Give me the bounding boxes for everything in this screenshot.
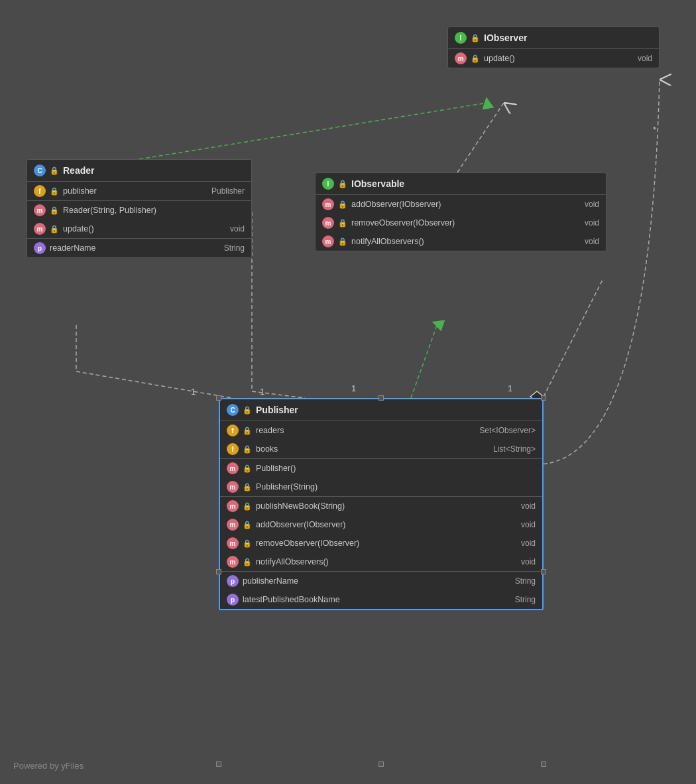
publisher-name: Publisher — [256, 405, 298, 415]
table-row: f 🔒 books List<String> — [220, 440, 542, 458]
method-badge: m — [227, 556, 239, 568]
prop-badge: p — [227, 594, 239, 606]
iobservable-lock: 🔒 — [338, 180, 347, 188]
method-type: void — [585, 218, 599, 228]
iobservable-badge: I — [322, 178, 334, 190]
method-lock: 🔒 — [243, 483, 252, 491]
svg-line-14 — [544, 279, 603, 397]
iobservable-name: IObservable — [351, 178, 404, 189]
handle-bl[interactable] — [216, 761, 221, 767]
handle-bm[interactable] — [378, 761, 384, 767]
method-lock: 🔒 — [338, 200, 347, 209]
prop-badge: p — [227, 575, 239, 587]
field-badge: f — [34, 185, 46, 197]
svg-text:1: 1 — [191, 387, 196, 397]
handle-br[interactable] — [541, 761, 546, 767]
publisher-badge: C — [227, 404, 239, 416]
method-name: update() — [484, 54, 634, 63]
method-name: notifyAllObservers() — [256, 557, 517, 566]
method-badge: m — [455, 52, 467, 64]
prop-type: String — [515, 595, 536, 604]
reader-fields: f 🔒 publisher Publisher — [27, 182, 251, 201]
table-row: f 🔒 publisher Publisher — [27, 182, 251, 200]
field-lock: 🔒 — [243, 445, 252, 454]
method-badge: m — [34, 204, 46, 216]
method-name: Publisher() — [256, 464, 536, 473]
method-name: Publisher(String) — [256, 482, 536, 491]
prop-name: latestPublishedBookName — [243, 595, 511, 604]
prop-name: publisherName — [243, 576, 511, 586]
method-lock: 🔒 — [338, 219, 347, 228]
uml-class-reader[interactable]: C 🔒 Reader f 🔒 publisher Publisher m 🔒 R… — [27, 159, 252, 258]
iobserver-name: IObserver — [484, 33, 527, 43]
method-type: void — [230, 224, 245, 233]
publisher-lock: 🔒 — [243, 406, 252, 415]
table-row: m 🔒 Publisher(String) — [220, 478, 542, 496]
iobserver-lock: 🔒 — [471, 34, 480, 42]
svg-text:1: 1 — [351, 383, 356, 393]
svg-text:*: * — [653, 125, 656, 135]
method-name: update() — [63, 224, 226, 233]
iobservable-methods: m 🔒 addObserver(IObserver) void m 🔒 remo… — [316, 195, 606, 251]
reader-name: Reader — [63, 165, 94, 176]
iobserver-header: I 🔒 IObserver — [448, 27, 659, 49]
table-row: m 🔒 removeObserver(IObserver) void — [316, 214, 606, 232]
field-badge: f — [227, 425, 239, 436]
uml-class-iobservable[interactable]: I 🔒 IObservable m 🔒 addObserver(IObserve… — [315, 172, 607, 251]
method-type: void — [585, 237, 599, 246]
table-row: p publisherName String — [220, 572, 542, 590]
handle-ml[interactable] — [216, 569, 221, 574]
method-type: void — [521, 501, 536, 511]
handle-mr[interactable] — [541, 569, 546, 574]
method-badge: m — [227, 500, 239, 512]
watermark: Powered by yFiles — [13, 761, 84, 771]
publisher-properties: p publisherName String p latestPublished… — [220, 572, 542, 609]
method-badge: m — [227, 481, 239, 493]
publisher-header: C 🔒 Publisher — [220, 399, 542, 421]
table-row: m 🔒 update() void — [448, 49, 659, 68]
reader-badge: C — [34, 164, 46, 176]
iobservable-header: I 🔒 IObservable — [316, 173, 606, 195]
reader-header: C 🔒 Reader — [27, 160, 251, 182]
field-lock: 🔒 — [50, 187, 59, 196]
method-lock: 🔒 — [243, 558, 252, 566]
table-row: m 🔒 notifyAllObservers() void — [220, 553, 542, 571]
handle-tr[interactable] — [541, 395, 546, 401]
table-row: m 🔒 removeObserver(IObserver) void — [220, 534, 542, 553]
field-type: Publisher — [211, 186, 245, 196]
uml-class-iobserver[interactable]: I 🔒 IObserver m 🔒 update() void — [447, 27, 660, 68]
method-type: void — [521, 557, 536, 566]
method-name: removeObserver(IObserver) — [351, 218, 581, 228]
method-name: publishNewBook(String) — [256, 501, 517, 511]
svg-line-2 — [139, 103, 487, 159]
method-name: addObserver(IObserver) — [351, 200, 581, 209]
method-type: void — [521, 520, 536, 529]
table-row: p readerName String — [27, 239, 251, 257]
handle-tm[interactable] — [378, 395, 384, 401]
method-lock: 🔒 — [243, 521, 252, 529]
field-lock: 🔒 — [243, 426, 252, 435]
method-badge: m — [322, 198, 334, 210]
method-lock: 🔒 — [471, 54, 480, 63]
svg-line-10 — [76, 371, 232, 398]
svg-line-3 — [457, 103, 504, 172]
method-lock: 🔒 — [50, 225, 59, 233]
uml-class-publisher[interactable]: C 🔒 Publisher f 🔒 readers Set<IObserver>… — [219, 398, 544, 610]
field-name: books — [256, 444, 489, 454]
prop-type: String — [515, 576, 536, 586]
method-lock: 🔒 — [338, 237, 347, 246]
table-row: m 🔒 addObserver(IObserver) void — [220, 515, 542, 534]
reader-properties: p readerName String — [27, 239, 251, 257]
handle-tl[interactable] — [216, 395, 221, 401]
method-badge: m — [227, 462, 239, 474]
table-row: f 🔒 readers Set<IObserver> — [220, 421, 542, 440]
method-lock: 🔒 — [243, 464, 252, 473]
table-row: m 🔒 addObserver(IObserver) void — [316, 195, 606, 214]
publisher-fields: f 🔒 readers Set<IObserver> f 🔒 books Lis… — [220, 421, 542, 459]
method-name: addObserver(IObserver) — [256, 520, 517, 529]
publisher-constructors: m 🔒 Publisher() m 🔒 Publisher(String) — [220, 459, 542, 497]
field-type: List<String> — [493, 444, 536, 454]
iobserver-methods: m 🔒 update() void — [448, 49, 659, 68]
iobserver-badge: I — [455, 32, 467, 44]
prop-name: readerName — [50, 243, 220, 253]
